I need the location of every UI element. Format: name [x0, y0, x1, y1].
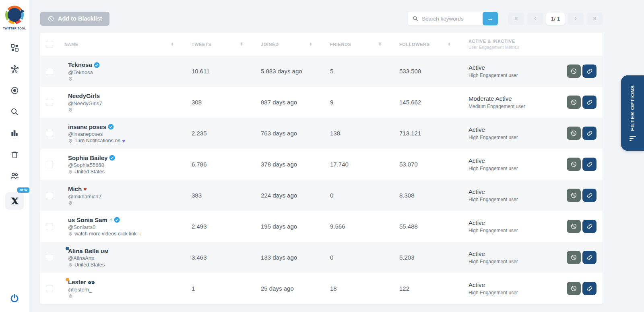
engagement-label: High Engagement user — [469, 166, 563, 171]
row-checkbox[interactable] — [46, 223, 53, 230]
user-name[interactable]: Lester — [68, 279, 95, 285]
tweets-cell: 2.235 — [192, 130, 261, 137]
profile-link-button[interactable] — [582, 251, 597, 264]
user-handle[interactable]: @mikhamich2 — [68, 193, 101, 200]
header-friends[interactable]: FRIENDS▲▼ — [330, 42, 399, 47]
power-icon[interactable] — [10, 293, 19, 303]
verified-badge-icon — [94, 62, 100, 68]
tweets-cell: 3.463 — [192, 254, 261, 261]
users-icon[interactable] — [10, 171, 19, 181]
last-page-button[interactable] — [586, 12, 603, 25]
row-checkbox[interactable] — [46, 161, 53, 168]
engagement-label: High Engagement user — [469, 135, 563, 140]
target-icon[interactable] — [10, 85, 19, 95]
first-page-button[interactable] — [508, 12, 524, 25]
user-name[interactable]: insane poses — [68, 123, 125, 130]
user-location: watch more videos click link☟ — [68, 231, 142, 237]
add-to-blacklist-button[interactable]: Add to Blacklist — [40, 12, 109, 26]
sort-icon: ▲▼ — [448, 42, 451, 46]
table-row: Mich♥ @mikhamich2 383 224 days ago 0 8.3… — [40, 180, 603, 211]
user-handle[interactable]: @NeedyGirls7 — [68, 100, 102, 106]
activity-status: Active — [469, 219, 563, 226]
profile-link-button[interactable] — [582, 282, 597, 295]
user-handle[interactable]: @Soniarts0 — [68, 224, 142, 230]
sort-icon: ▲▼ — [309, 42, 312, 46]
tweets-cell: 10.611 — [192, 68, 261, 75]
followers-cell: 55.488 — [399, 223, 469, 230]
user-name[interactable]: Mich♥ — [68, 185, 101, 192]
user-name[interactable]: NeedyGirls — [68, 92, 102, 99]
user-name[interactable]: Teknosa — [68, 61, 100, 68]
joined-cell: 133 days ago — [261, 254, 330, 261]
blacklist-user-button[interactable] — [567, 251, 581, 264]
user-handle[interactable]: @Sophia55668 — [68, 162, 115, 168]
followers-cell: 145.662 — [399, 99, 469, 106]
user-handle[interactable]: @insaneposes — [68, 131, 125, 137]
tweets-cell: 308 — [192, 99, 261, 106]
followers-cell: 8.308 — [399, 192, 469, 199]
followers-cell: 713.121 — [399, 130, 469, 137]
x-twitter-icon[interactable]: NEW — [5, 192, 24, 209]
search-input[interactable] — [422, 16, 483, 22]
bar-chart-icon[interactable] — [10, 128, 19, 138]
joined-cell: 224 days ago — [261, 192, 330, 199]
pagination: 1/ 1 — [508, 12, 603, 25]
header-followers[interactable]: FOLLOWERS▲▼ — [399, 42, 469, 47]
blacklist-user-button[interactable] — [567, 127, 581, 140]
row-checkbox[interactable] — [46, 192, 53, 199]
table-row: Alina Belle ᴜᴍ @AlinaArtx United States … — [40, 242, 603, 273]
row-checkbox[interactable] — [46, 68, 53, 75]
app-logo[interactable]: TWITTER TOOL — [3, 6, 26, 30]
filter-options-tab[interactable]: FILTER OPTIONS — [621, 75, 644, 151]
profile-link-button[interactable] — [582, 189, 597, 202]
row-checkbox[interactable] — [46, 285, 53, 292]
table-row: Lester @lesterh_ 1 25 days ago 18 122 Ac… — [40, 273, 603, 304]
profile-link-button[interactable] — [582, 220, 597, 233]
user-handle[interactable]: @AlinaArtx — [68, 255, 109, 261]
table-row: insane poses @insaneposes Turn Notificat… — [40, 118, 603, 149]
profile-link-button[interactable] — [582, 127, 597, 140]
select-all-checkbox[interactable] — [46, 41, 53, 48]
new-badge: NEW — [17, 187, 29, 193]
user-location — [68, 76, 100, 81]
profile-link-button[interactable] — [582, 96, 597, 109]
user-name[interactable]: Alina Belle ᴜᴍ — [68, 248, 109, 254]
location-pin-icon — [68, 138, 73, 144]
profile-link-button[interactable] — [582, 158, 597, 171]
blacklist-user-button[interactable] — [567, 282, 581, 295]
dashboard-grid-icon[interactable] — [10, 43, 19, 52]
search-icon[interactable] — [10, 107, 19, 116]
profile-link-button[interactable] — [582, 64, 597, 78]
header-tweets[interactable]: TWEETS▲▼ — [192, 42, 261, 47]
trash-icon[interactable] — [10, 150, 19, 159]
header-name[interactable]: NAME▲▼ — [64, 42, 192, 47]
row-checkbox[interactable] — [46, 99, 53, 106]
blacklist-user-button[interactable] — [567, 64, 581, 78]
header-joined[interactable]: JOINED▲▼ — [261, 42, 330, 47]
user-location — [68, 200, 101, 206]
user-location: Turn Notifications on♥ — [68, 138, 125, 144]
blacklist-user-button[interactable] — [567, 158, 581, 171]
prev-page-button[interactable] — [527, 12, 543, 25]
user-handle[interactable]: @lesterh_ — [68, 287, 95, 293]
user-name[interactable]: ᴜs Sonia Sam☝ — [68, 216, 142, 223]
engagement-cell: Active High Engagement user — [469, 219, 563, 233]
search-submit-button[interactable]: → — [483, 12, 498, 25]
user-location: United States — [68, 169, 115, 175]
engagement-label: High Engagement user — [469, 259, 563, 264]
blacklist-user-button[interactable] — [567, 220, 581, 233]
presence-dot — [66, 247, 69, 250]
activity-status: Active — [469, 64, 563, 71]
blacklist-user-button[interactable] — [567, 96, 581, 109]
row-checkbox[interactable] — [46, 130, 53, 137]
main-content: Add to Blacklist → 1/ 1 — [29, 11, 644, 304]
row-checkbox[interactable] — [46, 254, 53, 261]
followers-cell: 122 — [399, 285, 469, 292]
user-name[interactable]: Sophia Bailey — [68, 154, 115, 161]
user-handle[interactable]: @Teknosa — [68, 69, 100, 75]
network-hub-icon[interactable] — [10, 64, 19, 74]
engagement-cell: Active High Engagement user — [469, 250, 563, 264]
blacklist-user-button[interactable] — [567, 189, 581, 202]
sidebar: TWITTER TOOL NEW — [0, 0, 29, 312]
next-page-button[interactable] — [568, 12, 584, 25]
